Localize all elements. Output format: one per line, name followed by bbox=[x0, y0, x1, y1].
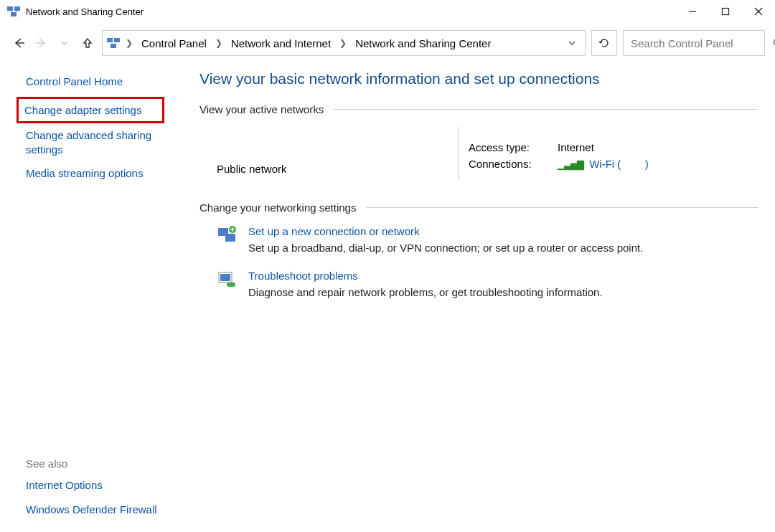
see-also-section: See also Internet Options Windows Defend… bbox=[26, 457, 182, 523]
forward-button[interactable] bbox=[33, 34, 50, 52]
network-type-label: Public network bbox=[199, 127, 458, 180]
svg-rect-7 bbox=[107, 38, 113, 42]
recent-locations-dropdown[interactable] bbox=[56, 34, 73, 52]
refresh-button[interactable] bbox=[591, 30, 617, 56]
svg-rect-17 bbox=[227, 282, 235, 287]
setting-new-connection: Set up a new connection or network Set u… bbox=[217, 225, 758, 254]
wifi-signal-icon: ▁▃▅▇ bbox=[558, 159, 583, 170]
sidebar-internet-options[interactable]: Internet Options bbox=[26, 478, 169, 493]
svg-rect-9 bbox=[111, 44, 116, 48]
close-button[interactable] bbox=[742, 0, 775, 23]
new-connection-link[interactable]: Set up a new connection or network bbox=[248, 225, 643, 237]
sidebar: Control Panel Home Change adapter settin… bbox=[10, 57, 187, 532]
address-bar[interactable]: ❯ Control Panel ❯ Network and Internet ❯… bbox=[102, 30, 586, 56]
sidebar-defender-firewall[interactable]: Windows Defender Firewall bbox=[26, 503, 169, 517]
active-networks-label: View your active networks bbox=[199, 103, 324, 115]
svg-rect-0 bbox=[7, 6, 13, 11]
access-type-label: Access type: bbox=[469, 141, 540, 153]
svg-rect-2 bbox=[11, 12, 17, 16]
svg-rect-1 bbox=[14, 6, 20, 11]
up-button[interactable] bbox=[79, 34, 96, 52]
sidebar-media-streaming[interactable]: Media streaming options bbox=[26, 166, 169, 181]
network-sharing-icon bbox=[107, 37, 120, 49]
connections-value: ▁▃▅▇ Wi-Fi ( ) bbox=[558, 158, 649, 170]
troubleshoot-link[interactable]: Troubleshoot problems bbox=[248, 270, 603, 282]
window-title: Network and Sharing Center bbox=[26, 6, 676, 17]
divider bbox=[334, 109, 758, 110]
svg-rect-4 bbox=[723, 9, 729, 15]
chevron-right-icon[interactable]: ❯ bbox=[214, 38, 224, 48]
back-button[interactable] bbox=[10, 34, 27, 52]
breadcrumb-control-panel[interactable]: Control Panel bbox=[138, 36, 210, 51]
main-content: View your basic network information and … bbox=[187, 57, 765, 532]
access-type-value: Internet bbox=[558, 141, 594, 153]
minimize-button[interactable] bbox=[676, 0, 709, 23]
connections-label: Connections: bbox=[469, 158, 540, 170]
change-settings-header: Change your networking settings bbox=[199, 201, 758, 214]
maximize-button[interactable] bbox=[709, 0, 742, 23]
chevron-right-icon[interactable]: ❯ bbox=[124, 38, 134, 48]
active-networks-header: View your active networks bbox=[199, 103, 758, 115]
window-titlebar: Network and Sharing Center bbox=[0, 0, 775, 23]
new-connection-icon bbox=[217, 225, 238, 247]
divider bbox=[458, 127, 459, 180]
troubleshoot-desc: Diagnose and repair network problems, or… bbox=[248, 286, 603, 298]
chevron-right-icon[interactable]: ❯ bbox=[338, 38, 348, 48]
breadcrumb-network-internet[interactable]: Network and Internet bbox=[228, 36, 334, 51]
toolbar: ❯ Control Panel ❯ Network and Internet ❯… bbox=[0, 29, 775, 57]
page-title: View your basic network information and … bbox=[199, 70, 758, 87]
sidebar-change-adapter-settings[interactable]: Change adapter settings bbox=[19, 99, 162, 122]
troubleshoot-icon bbox=[217, 270, 238, 291]
active-network-row: Public network Access type: Internet Con… bbox=[199, 127, 758, 180]
network-sharing-icon bbox=[7, 5, 20, 18]
search-input[interactable] bbox=[629, 37, 769, 50]
network-info: Access type: Internet Connections: ▁▃▅▇ … bbox=[469, 127, 649, 180]
address-dropdown[interactable] bbox=[563, 39, 581, 47]
see-also-header: See also bbox=[26, 457, 182, 470]
sidebar-change-advanced-sharing[interactable]: Change advanced sharing settings bbox=[26, 128, 169, 156]
svg-rect-8 bbox=[114, 38, 120, 42]
wifi-connection-link[interactable]: Wi-Fi ( ) bbox=[589, 158, 649, 170]
change-settings-label: Change your networking settings bbox=[199, 201, 356, 214]
divider bbox=[366, 207, 758, 208]
setting-troubleshoot: Troubleshoot problems Diagnose and repai… bbox=[217, 270, 758, 298]
svg-rect-13 bbox=[225, 234, 235, 242]
new-connection-desc: Set up a broadband, dial-up, or VPN conn… bbox=[248, 242, 643, 254]
svg-rect-16 bbox=[220, 274, 230, 281]
breadcrumb-network-sharing[interactable]: Network and Sharing Center bbox=[352, 36, 494, 51]
sidebar-control-panel-home[interactable]: Control Panel Home bbox=[26, 75, 169, 89]
search-box[interactable] bbox=[623, 30, 765, 56]
